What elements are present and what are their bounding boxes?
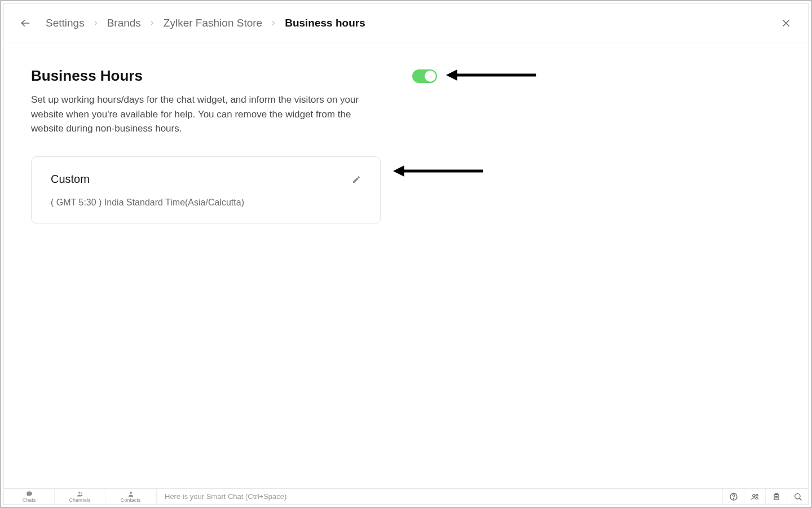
breadcrumb-settings[interactable]: Settings [46,17,85,29]
help-button[interactable] [722,489,744,504]
smart-chat-input[interactable]: Here is your Smart Chat (Ctrl+Space) [156,489,722,504]
bottom-bar: Chats Channels Contacts Here is your Sma… [4,488,808,504]
bottom-nav-channels[interactable]: Channels [55,489,105,504]
search-button[interactable] [787,489,808,504]
arrow-left-icon [20,17,31,29]
annotation-arrow [393,164,483,180]
breadcrumb-brands[interactable]: Brands [107,17,141,29]
schedule-card-timezone: ( GMT 5:30 ) India Standard Time(Asia/Ca… [51,198,363,208]
svg-point-8 [80,492,81,493]
bottom-nav-contacts[interactable]: Contacts [105,489,156,504]
close-icon [780,17,792,29]
contacts-icon [127,491,134,497]
chevron-right-icon [92,20,99,27]
search-icon [793,492,802,501]
breadcrumb-current: Business hours [285,17,365,29]
back-button[interactable] [17,15,33,31]
topbar: Settings Brands Zylker Fashion Store Bus… [4,4,808,42]
svg-point-13 [756,494,757,496]
svg-point-12 [752,494,754,496]
bottom-nav-label: Chats [23,498,36,503]
clipboard-icon [772,492,781,501]
business-hours-toggle[interactable] [412,69,437,83]
breadcrumb-brand[interactable]: Zylker Fashion Store [164,17,262,29]
pencil-icon [352,175,361,184]
close-button[interactable] [778,15,795,32]
people-icon [751,492,760,501]
page-description: Set up working hours/days for the chat w… [31,93,364,136]
annotation-arrow [446,68,536,84]
svg-line-19 [799,498,801,500]
breadcrumb: Settings Brands Zylker Fashion Store Bus… [46,17,365,29]
people-button[interactable] [744,489,765,504]
chat-icon [26,491,33,497]
clipboard-button[interactable] [765,489,787,504]
schedule-card[interactable]: Custom ( GMT 5:30 ) India Standard Time(… [31,156,381,224]
svg-point-9 [130,492,132,494]
svg-marker-4 [446,69,457,81]
schedule-card-title: Custom [51,173,90,186]
svg-point-11 [733,498,734,498]
channels-icon [77,491,83,497]
bottom-nav-chats[interactable]: Chats [4,489,55,504]
chevron-right-icon [149,20,156,27]
svg-marker-6 [393,165,404,177]
bottom-nav-label: Channels [69,498,90,503]
toggle-knob [425,71,436,82]
svg-point-7 [78,492,80,493]
bottom-nav-label: Contacts [121,498,141,503]
edit-button[interactable] [350,173,363,186]
page-title: Business Hours [31,67,364,85]
content-area: Business Hours Set up working hours/days… [4,42,808,488]
help-icon [729,492,738,501]
chevron-right-icon [270,20,277,27]
